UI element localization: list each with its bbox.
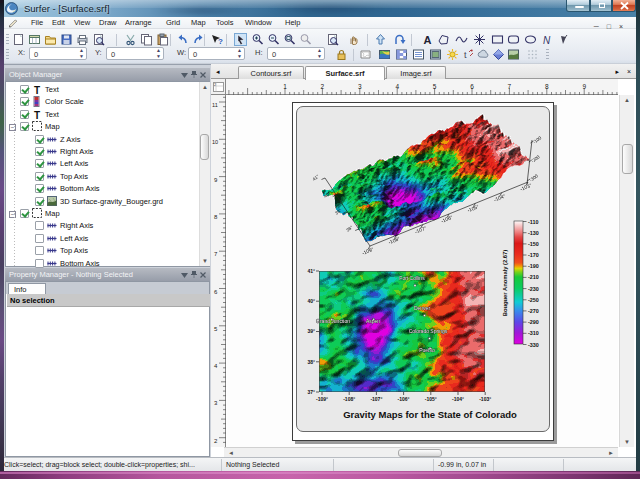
svg-text:N: N [543,35,551,46]
svg-text:-170: -170 [528,252,539,258]
svg-text:-109°: -109° [361,246,374,256]
svg-text:40°: 40° [307,298,315,304]
svg-text:2: 2 [214,83,216,87]
svg-text:Bouguer Anomaly (2.67): Bouguer Anomaly (2.67) [502,250,508,317]
svg-text:T: T [34,110,40,121]
svg-text:39°: 39° [307,328,315,334]
svg-text:4: 4 [214,363,218,369]
svg-text:-230: -230 [528,286,539,292]
svg-text:-107°: -107° [370,396,382,402]
svg-text:-270: -270 [528,308,539,314]
svg-text:-106°: -106° [398,396,410,402]
svg-text:-108°: -108° [387,235,400,245]
svg-text:-104°: -104° [493,193,506,203]
svg-text:-330: -330 [528,342,539,348]
svg-text:2: 2 [321,83,325,90]
svg-text:9: 9 [582,83,586,90]
svg-text:A: A [424,34,432,46]
svg-text:6: 6 [470,83,474,90]
svg-text:5: 5 [214,326,218,332]
svg-text:1: 1 [283,83,287,90]
svg-text:T: T [34,85,40,96]
svg-text:37°: 37° [307,389,315,395]
svg-text:2: 2 [214,438,218,444]
svg-text:5: 5 [433,83,437,90]
svg-text:t: t [464,50,467,60]
svg-text:6: 6 [214,289,218,295]
svg-text:-107°: -107° [414,225,427,235]
svg-text:-108°: -108° [343,396,355,402]
svg-text:38°: 38° [307,359,315,365]
svg-text:10: 10 [212,139,218,145]
svg-text:-130: -130 [528,230,539,236]
svg-text:-109°: -109° [316,396,328,402]
svg-text:41°: 41° [312,174,321,182]
svg-text:-150: -150 [528,241,539,247]
svg-text:-310: -310 [528,330,539,336]
svg-text:9: 9 [214,177,218,183]
svg-text:-200: -200 [530,154,541,164]
svg-text:-103°: -103° [519,182,532,192]
svg-text:3: 3 [214,400,218,406]
svg-text:-105°: -105° [466,203,479,213]
svg-text:41°: 41° [307,268,315,274]
svg-text:-300: -300 [529,173,540,183]
svg-text:3: 3 [358,83,362,90]
svg-text:7: 7 [214,251,218,257]
svg-text:-103°: -103° [479,396,491,402]
svg-text:-290: -290 [528,319,539,325]
svg-text:8: 8 [545,83,549,90]
svg-text:-104°: -104° [452,396,464,402]
svg-text:-105°: -105° [425,396,437,402]
svg-text:8: 8 [214,214,218,220]
svg-text:38°: 38° [345,225,354,233]
svg-text:4: 4 [395,83,399,90]
svg-text:11: 11 [212,102,218,108]
svg-text:-110: -110 [528,219,539,225]
svg-text:?: ? [218,37,223,46]
svg-text:-210: -210 [528,274,539,280]
svg-text:7: 7 [508,83,512,90]
svg-text:-106°: -106° [440,214,453,224]
svg-text:-250: -250 [528,297,539,303]
svg-text:-190: -190 [528,263,539,269]
